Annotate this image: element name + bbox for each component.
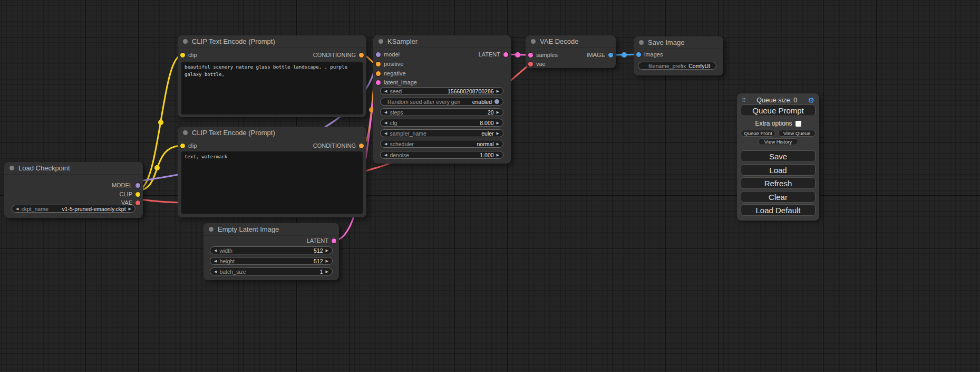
arrow-left-icon[interactable]: ◀ — [16, 207, 18, 211]
conditioning-slot-dot[interactable] — [376, 62, 381, 66]
input-slot-positive[interactable]: positive — [376, 60, 403, 68]
drag-handle-icon[interactable]: ⠿ — [742, 97, 746, 104]
width-widget[interactable]: ◀ width 512 ▶ — [210, 246, 333, 254]
arrow-left-icon[interactable]: ◀ — [384, 121, 387, 125]
scheduler-widget[interactable]: ◀ scheduler normal ▶ — [380, 140, 503, 148]
comfyui-canvas[interactable]: { "link_colors": { "clip": "#F7D51D", "m… — [0, 0, 980, 372]
conditioning-slot-dot[interactable] — [359, 53, 364, 58]
arrow-left-icon[interactable]: ◀ — [384, 153, 387, 157]
steps-widget[interactable]: ◀ steps 20 ▶ — [380, 108, 503, 116]
batch-size-widget[interactable]: ◀ batch_size 1 ▶ — [210, 268, 333, 275]
arrow-right-icon[interactable]: ▶ — [497, 142, 499, 146]
collapse-dot-icon[interactable] — [183, 39, 188, 44]
arrow-left-icon[interactable]: ◀ — [214, 270, 217, 273]
node-title-bar[interactable]: Load Checkpoint — [4, 162, 143, 175]
arrow-right-icon[interactable]: ▶ — [497, 89, 499, 93]
input-slot-samples[interactable]: samples — [528, 51, 558, 59]
clip-slot-dot[interactable] — [180, 53, 185, 58]
collapse-dot-icon[interactable] — [531, 39, 536, 44]
toggle-knob-icon[interactable] — [494, 99, 499, 104]
output-slot-latent[interactable]: LATENT — [479, 51, 508, 58]
vae-slot-dot[interactable] — [528, 62, 533, 66]
queue-prompt-button[interactable]: Queue Prompt — [741, 104, 816, 116]
node-save-image[interactable]: Save Image images filename_prefix ComfyU… — [634, 36, 723, 75]
cfg-widget[interactable]: ◀ cfg 8.000 ▶ — [380, 119, 503, 127]
arrow-left-icon[interactable]: ◀ — [384, 110, 387, 114]
arrow-left-icon[interactable]: ◀ — [384, 142, 387, 146]
node-ksampler[interactable]: KSampler model positive negative latent_… — [373, 35, 511, 164]
input-slot-vae[interactable]: vae — [528, 60, 546, 68]
clear-button[interactable]: Clear — [741, 191, 816, 203]
arrow-right-icon[interactable]: ▶ — [497, 121, 499, 125]
collapse-dot-icon[interactable] — [9, 166, 14, 170]
arrow-left-icon[interactable]: ◀ — [214, 259, 217, 263]
latent-slot-dot[interactable] — [332, 239, 336, 243]
extra-options-checkbox[interactable] — [795, 121, 801, 127]
output-slot-conditioning[interactable]: CONDITIONING — [313, 142, 364, 149]
view-queue-button[interactable]: View Queue — [778, 130, 816, 137]
input-slot-clip[interactable]: clip — [180, 51, 197, 59]
arrow-right-icon[interactable]: ▶ — [326, 249, 328, 252]
arrow-left-icon[interactable]: ◀ — [214, 249, 217, 252]
save-button[interactable]: Save — [741, 150, 816, 162]
node-clip-text-encode-negative[interactable]: CLIP Text Encode (Prompt) clip CONDITION… — [178, 127, 366, 217]
negative-prompt-textarea[interactable]: text, watermark — [181, 151, 363, 214]
collapse-dot-icon[interactable] — [379, 39, 383, 44]
seed-widget[interactable]: ◀ seed 156680208700286 ▶ — [380, 87, 503, 95]
node-load-checkpoint[interactable]: Load Checkpoint MODEL CLIP VAE ◀ ckpt_na… — [4, 162, 143, 218]
clip-slot-dot[interactable] — [135, 192, 140, 197]
arrow-left-icon[interactable]: ◀ — [384, 89, 387, 93]
input-slot-model[interactable]: model — [376, 51, 400, 58]
node-title-bar[interactable]: Empty Latent Image — [203, 223, 339, 236]
conditioning-slot-dot[interactable] — [359, 144, 364, 148]
node-empty-latent-image[interactable]: Empty Latent Image LATENT ◀ width 512 ▶ … — [203, 223, 339, 280]
latent-slot-dot[interactable] — [528, 53, 533, 58]
height-widget[interactable]: ◀ height 512 ▶ — [210, 257, 333, 265]
queue-front-button[interactable]: Queue Front — [741, 130, 775, 137]
load-button[interactable]: Load — [741, 164, 816, 176]
denoise-widget[interactable]: ◀ denoise 1.000 ▶ — [380, 151, 503, 159]
settings-gear-icon[interactable]: ⚙ — [808, 97, 814, 104]
filename-prefix-widget[interactable]: filename_prefix ComfyUI — [638, 62, 716, 70]
image-slot-dot[interactable] — [608, 53, 613, 58]
node-title-bar[interactable]: VAE Decode — [526, 35, 616, 48]
node-vae-decode[interactable]: VAE Decode samples vae IMAGE — [526, 35, 616, 68]
load-default-button[interactable]: Load Default — [741, 204, 816, 216]
view-history-button[interactable]: View History — [758, 138, 798, 145]
collapse-dot-icon[interactable] — [209, 227, 214, 232]
arrow-right-icon[interactable]: ▶ — [497, 110, 499, 114]
arrow-right-icon[interactable]: ▶ — [129, 207, 131, 211]
collapse-dot-icon[interactable] — [183, 130, 188, 135]
arrow-left-icon[interactable]: ◀ — [384, 131, 387, 135]
output-slot-conditioning[interactable]: CONDITIONING — [313, 51, 364, 59]
output-slot-latent[interactable]: LATENT — [307, 237, 336, 244]
vae-slot-dot[interactable] — [135, 201, 140, 205]
conditioning-slot-dot[interactable] — [376, 71, 381, 76]
output-slot-model[interactable]: MODEL — [112, 182, 140, 189]
latent-slot-dot[interactable] — [503, 52, 508, 57]
arrow-right-icon[interactable]: ▶ — [497, 153, 499, 157]
latent-slot-dot[interactable] — [376, 80, 381, 85]
input-slot-latent-image[interactable]: latent_image — [376, 79, 417, 86]
model-slot-dot[interactable] — [376, 52, 381, 57]
image-slot-dot[interactable] — [636, 52, 641, 57]
positive-prompt-textarea[interactable]: beautiful scenery nature glass bottle la… — [181, 62, 363, 115]
arrow-right-icon[interactable]: ▶ — [326, 259, 328, 263]
node-title-bar[interactable]: KSampler — [373, 35, 511, 48]
random-seed-toggle-widget[interactable]: Random seed after every gen enabled — [380, 98, 503, 106]
model-slot-dot[interactable] — [135, 183, 140, 188]
refresh-button[interactable]: Refresh — [741, 177, 816, 189]
output-slot-clip[interactable]: CLIP — [120, 190, 140, 198]
collapse-dot-icon[interactable] — [639, 40, 644, 45]
arrow-right-icon[interactable]: ▶ — [326, 270, 328, 273]
sampler-name-widget[interactable]: ◀ sampler_name euler ▶ — [380, 129, 503, 137]
node-title-bar[interactable]: Save Image — [634, 36, 723, 49]
input-slot-negative[interactable]: negative — [376, 70, 406, 77]
clip-slot-dot[interactable] — [180, 144, 185, 148]
arrow-right-icon[interactable]: ▶ — [497, 131, 499, 135]
node-clip-text-encode-positive[interactable]: CLIP Text Encode (Prompt) clip CONDITION… — [178, 35, 366, 117]
ckpt-name-widget[interactable]: ◀ ckpt_name v1-5-pruned-emaonly.ckpt ▶ — [12, 205, 135, 213]
output-slot-image[interactable]: IMAGE — [587, 51, 613, 59]
input-slot-clip[interactable]: clip — [180, 142, 197, 149]
input-slot-images[interactable]: images — [636, 51, 663, 58]
